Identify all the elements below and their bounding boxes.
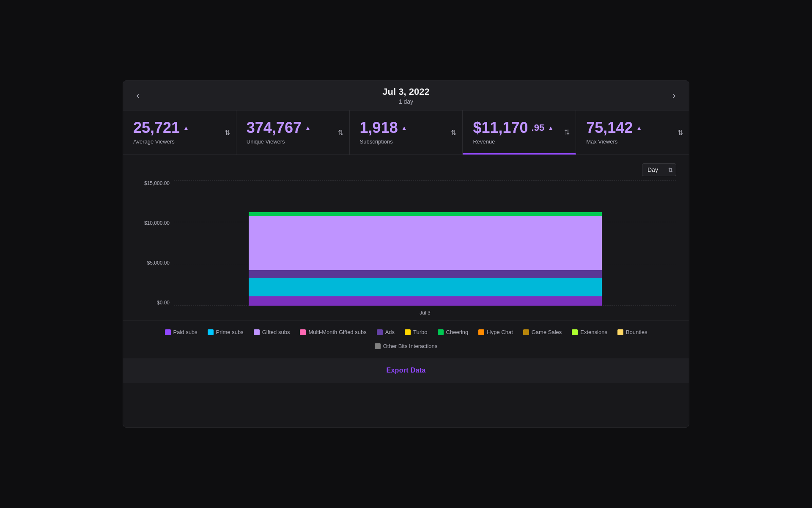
legend-ads-dot: [377, 329, 383, 335]
revenue-sort[interactable]: ⇅: [564, 128, 570, 136]
legend-gifted-subs: Gifted subs: [254, 329, 290, 335]
legend: Paid subs Prime subs Gifted subs Multi-M…: [123, 320, 689, 358]
legend-prime-subs: Prime subs: [208, 329, 244, 335]
legend-hype-chat-label: Hype Chat: [487, 329, 513, 335]
revenue-label: Revenue: [473, 138, 565, 145]
revenue-value: $11,170.95 ▲: [473, 119, 565, 137]
date-center: Jul 3, 2022 1 day: [153, 86, 659, 105]
legend-bounties-label: Bounties: [626, 329, 647, 335]
unique-viewers-label: Unique Viewers: [247, 138, 339, 145]
legend-turbo: Turbo: [405, 329, 427, 335]
legend-paid-subs-dot: [165, 329, 171, 335]
legend-game-sales-dot: [523, 329, 529, 335]
legend-bounties: Bounties: [617, 329, 647, 335]
legend-game-sales-label: Game Sales: [532, 329, 562, 335]
y-axis: $15,000.00 $10,000.00 $5,000.00 $0.00: [136, 180, 174, 316]
unique-viewers-sort[interactable]: ⇅: [338, 129, 343, 137]
average-viewers-label: Average Viewers: [133, 138, 226, 145]
legend-cheering: Cheering: [438, 329, 469, 335]
legend-ads: Ads: [377, 329, 395, 335]
legend-bounties-dot: [617, 329, 623, 335]
chart-area: Day Week Month $15,000.00 $10,000.00 $5,…: [123, 155, 689, 320]
bar-light-purple[interactable]: [249, 216, 602, 270]
y-label-15000: $15,000.00: [136, 180, 174, 186]
next-button[interactable]: ›: [659, 81, 689, 110]
unique-viewers-value: 374,767 ▲: [247, 119, 339, 137]
legend-turbo-label: Turbo: [413, 329, 427, 335]
legend-extensions: Extensions: [572, 329, 607, 335]
date-header: ‹ Jul 3, 2022 1 day ›: [123, 81, 689, 110]
bar-area: [174, 180, 676, 306]
legend-game-sales: Game Sales: [523, 329, 562, 335]
legend-prime-subs-dot: [208, 329, 214, 335]
legend-multi-month-label: Multi-Month Gifted subs: [308, 329, 366, 335]
bar-cheering[interactable]: [249, 212, 602, 216]
stat-revenue[interactable]: $11,170.95 ▲ Revenue ⇅: [463, 110, 576, 155]
period-label: 1 day: [153, 98, 659, 105]
y-label-0: $0.00: [136, 300, 174, 306]
export-bar: Export Data: [123, 358, 689, 383]
legend-cheering-label: Cheering: [446, 329, 469, 335]
export-button[interactable]: Export Data: [386, 367, 425, 374]
legend-gifted-subs-dot: [254, 329, 260, 335]
legend-paid-subs: Paid subs: [165, 329, 198, 335]
max-viewers-value: 75,142 ▲: [586, 119, 679, 137]
stat-subscriptions[interactable]: 1,918 ▲ Subscriptions ⇅: [350, 110, 463, 155]
stat-average-viewers[interactable]: 25,721 ▲ Average Viewers ⇅: [123, 110, 236, 155]
legend-turbo-dot: [405, 329, 411, 335]
legend-ads-label: Ads: [385, 329, 395, 335]
legend-cheering-dot: [438, 329, 444, 335]
subscriptions-value: 1,918 ▲: [360, 119, 453, 137]
legend-hype-chat: Hype Chat: [478, 329, 513, 335]
legend-extensions-dot: [572, 329, 578, 335]
unique-viewers-trend: ▲: [305, 124, 311, 131]
date-title: Jul 3, 2022: [153, 86, 659, 97]
legend-other-bits-label: Other Bits Interactions: [383, 343, 438, 349]
chart-container: $15,000.00 $10,000.00 $5,000.00 $0.00: [136, 180, 676, 316]
y-label-5000: $5,000.00: [136, 260, 174, 266]
subscriptions-trend: ▲: [401, 124, 407, 131]
legend-paid-subs-label: Paid subs: [173, 329, 198, 335]
stat-max-viewers[interactable]: 75,142 ▲ Max Viewers ⇅: [576, 110, 689, 155]
legend-other-bits-dot: [375, 343, 381, 349]
max-viewers-trend: ▲: [636, 124, 642, 131]
legend-other-bits: Other Bits Interactions: [375, 343, 438, 349]
legend-hype-chat-dot: [478, 329, 484, 335]
legend-multi-month-gifted-subs: Multi-Month Gifted subs: [300, 329, 366, 335]
day-select[interactable]: Day Week Month: [642, 163, 676, 176]
max-viewers-label: Max Viewers: [586, 138, 679, 145]
legend-extensions-label: Extensions: [580, 329, 607, 335]
day-select-wrapper[interactable]: Day Week Month: [642, 163, 676, 176]
legend-prime-subs-label: Prime subs: [216, 329, 244, 335]
prev-button[interactable]: ‹: [123, 81, 153, 110]
chart-plot: Jul 3: [174, 180, 676, 316]
chart-controls: Day Week Month: [136, 163, 676, 176]
revenue-trend: ▲: [548, 124, 554, 131]
stacked-bar[interactable]: [249, 212, 602, 306]
average-viewers-value: 25,721 ▲: [133, 119, 226, 137]
legend-multi-month-dot: [300, 329, 306, 335]
legend-gifted-subs-label: Gifted subs: [262, 329, 290, 335]
bar-prime-subs[interactable]: [249, 278, 602, 296]
y-label-10000: $10,000.00: [136, 220, 174, 226]
subscriptions-sort[interactable]: ⇅: [451, 129, 456, 137]
average-viewers-sort[interactable]: ⇅: [225, 129, 230, 137]
x-label: Jul 3: [420, 310, 430, 316]
subscriptions-label: Subscriptions: [360, 138, 453, 145]
stats-row: 25,721 ▲ Average Viewers ⇅ 374,767 ▲ Uni…: [123, 110, 689, 155]
average-viewers-trend: ▲: [183, 124, 189, 131]
bar-paid-subs[interactable]: [249, 296, 602, 306]
max-viewers-sort[interactable]: ⇅: [678, 129, 683, 137]
dashboard: ‹ Jul 3, 2022 1 day › 25,721 ▲ Average V…: [123, 80, 689, 428]
bar-ads[interactable]: [249, 270, 602, 278]
stat-unique-viewers[interactable]: 374,767 ▲ Unique Viewers ⇅: [236, 110, 350, 155]
